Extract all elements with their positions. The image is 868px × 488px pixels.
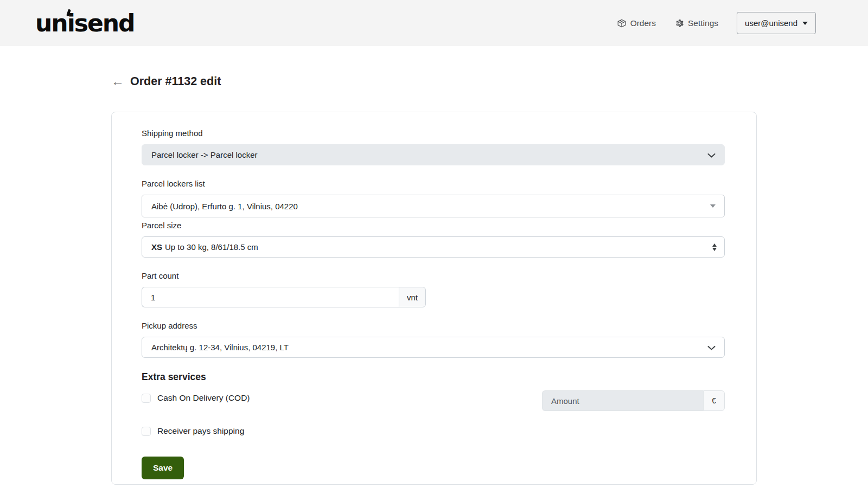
- parcel-lockers-value: Aibė (Udrop), Erfurto g. 1, Vilnius, 042…: [151, 202, 298, 211]
- nav-actions: Orders Settings user@unisend: [617, 12, 816, 34]
- caret-down-icon: [802, 22, 808, 25]
- brand-logo-text: unisend: [35, 9, 135, 37]
- part-count-input-group: vnt: [142, 287, 426, 307]
- nav-settings-label: Settings: [688, 18, 718, 28]
- nav-orders-label: Orders: [630, 18, 656, 28]
- cod-label: Cash On Delivery (COD): [157, 393, 250, 403]
- pickup-address-label: Pickup address: [142, 321, 725, 330]
- up-down-arrows-icon: [712, 243, 717, 251]
- page-title: Order #1132 edit: [130, 75, 221, 88]
- shipping-method-group: Shipping method Parcel locker -> Parcel …: [142, 129, 725, 165]
- parcel-size-label: Parcel size: [142, 221, 725, 230]
- page-container: ← Order #1132 edit Shipping method Parce…: [111, 75, 757, 485]
- receiver-pays-checkbox-row[interactable]: Receiver pays shipping: [142, 423, 725, 436]
- pickup-address-value: Architektų g. 12-34, Vilnius, 04219, LT: [151, 343, 289, 352]
- user-menu-label: user@unisend: [745, 18, 797, 28]
- chevron-down-icon: [707, 343, 716, 352]
- extra-services-heading: Extra services: [142, 371, 725, 383]
- gear-icon: [674, 18, 684, 28]
- user-menu-button[interactable]: user@unisend: [737, 12, 816, 34]
- cod-checkbox-row[interactable]: Cash On Delivery (COD): [142, 390, 250, 403]
- nav-orders-link[interactable]: Orders: [617, 18, 656, 28]
- cod-checkbox[interactable]: [142, 394, 151, 403]
- part-count-group: Part count vnt: [142, 271, 725, 307]
- cod-row: Cash On Delivery (COD) €: [142, 390, 725, 411]
- receiver-pays-checkbox[interactable]: [142, 427, 151, 436]
- part-count-unit-addon: vnt: [399, 287, 426, 307]
- parcel-size-desc: Up to 30 kg, 8/61/18.5 cm: [165, 242, 258, 252]
- parcel-size-select[interactable]: XS Up to 30 kg, 8/61/18.5 cm: [142, 236, 725, 258]
- brand-logo[interactable]: unisend: [35, 11, 135, 35]
- page-header: ← Order #1132 edit: [111, 75, 757, 88]
- receiver-pays-group: Receiver pays shipping: [142, 423, 725, 436]
- parcel-lockers-label: Parcel lockers list: [142, 179, 725, 188]
- part-count-input[interactable]: [142, 287, 399, 307]
- currency-addon: €: [703, 390, 725, 411]
- part-count-label: Part count: [142, 271, 725, 280]
- receiver-pays-label: Receiver pays shipping: [157, 426, 244, 436]
- top-navbar: unisend Orders Settings: [0, 0, 868, 46]
- shipping-method-value: Parcel locker -> Parcel locker: [151, 150, 257, 159]
- chevron-down-icon: [707, 150, 716, 159]
- pickup-address-group: Pickup address Architektų g. 12-34, Viln…: [142, 321, 725, 358]
- shipping-method-select[interactable]: Parcel locker -> Parcel locker: [142, 144, 725, 165]
- parcel-size-code: XS: [151, 242, 162, 252]
- parcel-size-group: Parcel size XS Up to 30 kg, 8/61/18.5 cm: [142, 221, 725, 258]
- nav-settings-link[interactable]: Settings: [674, 18, 718, 28]
- parcel-lockers-select[interactable]: Aibė (Udrop), Erfurto g. 1, Vilnius, 042…: [142, 195, 725, 217]
- triangle-down-icon: [710, 204, 716, 208]
- cod-amount-input[interactable]: [542, 390, 703, 411]
- package-icon: [617, 18, 627, 28]
- shipping-method-label: Shipping method: [142, 129, 725, 138]
- pickup-address-select[interactable]: Architektų g. 12-34, Vilnius, 04219, LT: [142, 337, 725, 358]
- cod-amount-group: €: [542, 390, 725, 411]
- back-arrow-icon[interactable]: ←: [111, 75, 124, 88]
- order-edit-form-card: Shipping method Parcel locker -> Parcel …: [111, 112, 757, 485]
- parcel-lockers-group: Parcel lockers list Aibė (Udrop), Erfurt…: [142, 179, 725, 217]
- save-button[interactable]: Save: [142, 457, 184, 479]
